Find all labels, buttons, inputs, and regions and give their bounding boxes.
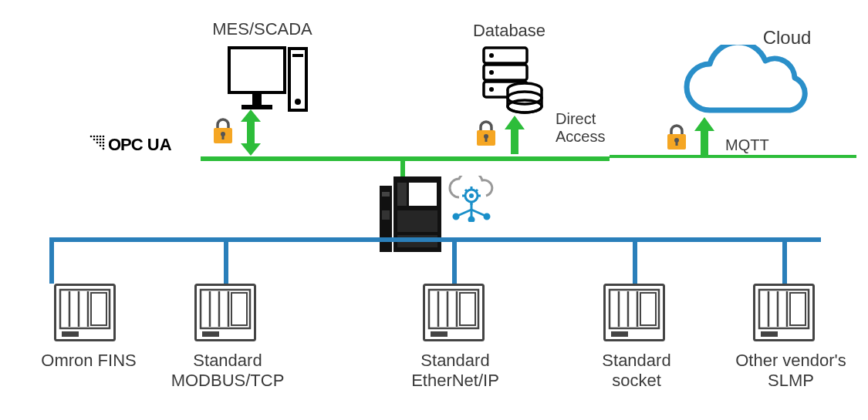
mes-scada-icon (228, 46, 309, 119)
svg-point-26 (489, 87, 494, 92)
svg-line-52 (465, 190, 467, 191)
svg-rect-41 (382, 210, 390, 220)
svg-point-6 (100, 139, 102, 141)
svg-point-5 (103, 139, 105, 141)
blue-drop-1 (49, 237, 54, 284)
svg-point-10 (100, 142, 102, 144)
slmp-label: Other vendor's SLMP (725, 351, 856, 391)
arrow-up-icon (693, 117, 716, 156)
svg-rect-68 (62, 331, 79, 337)
plc-icon (603, 284, 665, 341)
svg-point-54 (469, 193, 474, 198)
blue-drop-4 (633, 237, 637, 284)
socket-label: Standard socket (586, 351, 687, 391)
svg-point-20 (295, 99, 301, 105)
green-bus-right (610, 155, 856, 158)
database-icon (482, 46, 544, 119)
svg-point-7 (96, 139, 99, 141)
svg-point-1 (100, 136, 102, 138)
omron-fins-label: Omron FINS (31, 351, 147, 371)
svg-rect-82 (431, 331, 448, 337)
plc-icon (423, 284, 485, 341)
cloud-icon (667, 45, 822, 126)
plc-icon (54, 284, 116, 341)
arrow-up-icon (503, 116, 526, 154)
opcua-dots-icon (83, 135, 105, 152)
svg-line-60 (471, 210, 485, 216)
mqtt-label: MQTT (725, 136, 779, 154)
svg-point-14 (103, 148, 105, 150)
svg-point-59 (469, 217, 474, 222)
svg-point-57 (454, 214, 458, 219)
opcua-logo: OPC UA (108, 135, 172, 155)
svg-point-11 (96, 142, 99, 144)
svg-rect-19 (292, 54, 303, 57)
edge-gateway-icon (378, 173, 444, 254)
arrow-updown-icon (239, 109, 262, 156)
database-label: Database (463, 21, 556, 41)
direct-access-label: Direct Access (556, 110, 617, 146)
blue-drop-2 (224, 237, 228, 284)
svg-point-24 (489, 70, 494, 75)
svg-rect-44 (397, 210, 437, 232)
svg-point-13 (100, 145, 102, 147)
svg-point-12 (103, 145, 105, 147)
svg-rect-46 (409, 183, 437, 206)
svg-point-9 (103, 142, 105, 144)
svg-rect-32 (222, 134, 225, 139)
svg-rect-15 (229, 48, 285, 92)
modbus-label: Standard MODBUS/TCP (162, 351, 293, 391)
svg-point-61 (485, 214, 489, 219)
green-bus-left (201, 156, 610, 161)
svg-rect-43 (397, 183, 407, 206)
svg-line-56 (458, 210, 471, 216)
lock-icon (475, 119, 498, 147)
iot-emblem-icon (444, 176, 498, 222)
plc-icon (753, 284, 815, 341)
ethernetip-label: Standard EtherNet/IP (393, 351, 517, 391)
svg-rect-89 (611, 331, 628, 337)
svg-rect-38 (676, 140, 678, 146)
svg-point-4 (90, 136, 93, 138)
svg-rect-40 (382, 192, 390, 197)
svg-point-0 (103, 136, 105, 138)
plc-icon (194, 284, 256, 341)
mes-scada-label: MES/SCADA (208, 19, 316, 39)
svg-point-22 (489, 53, 494, 58)
blue-bus (49, 237, 821, 242)
blue-drop-3 (452, 237, 457, 284)
svg-point-3 (93, 136, 96, 138)
svg-point-8 (93, 139, 96, 141)
lock-icon (665, 123, 688, 151)
svg-point-2 (96, 136, 99, 138)
lock-icon (211, 117, 235, 145)
svg-line-53 (476, 190, 478, 191)
svg-rect-35 (485, 136, 488, 142)
svg-rect-16 (252, 94, 262, 105)
blue-drop-5 (782, 237, 787, 284)
svg-rect-96 (761, 331, 778, 337)
svg-rect-75 (202, 331, 219, 337)
